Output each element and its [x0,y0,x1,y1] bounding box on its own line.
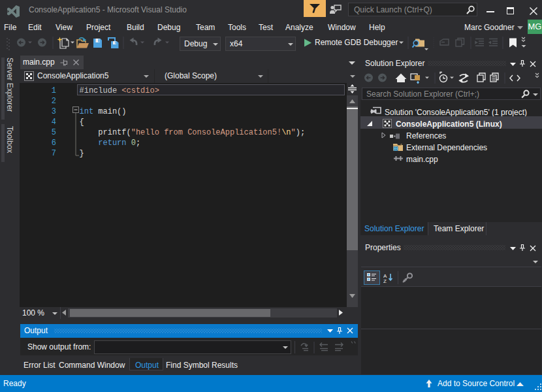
svg-text:Z: Z [383,278,387,283]
